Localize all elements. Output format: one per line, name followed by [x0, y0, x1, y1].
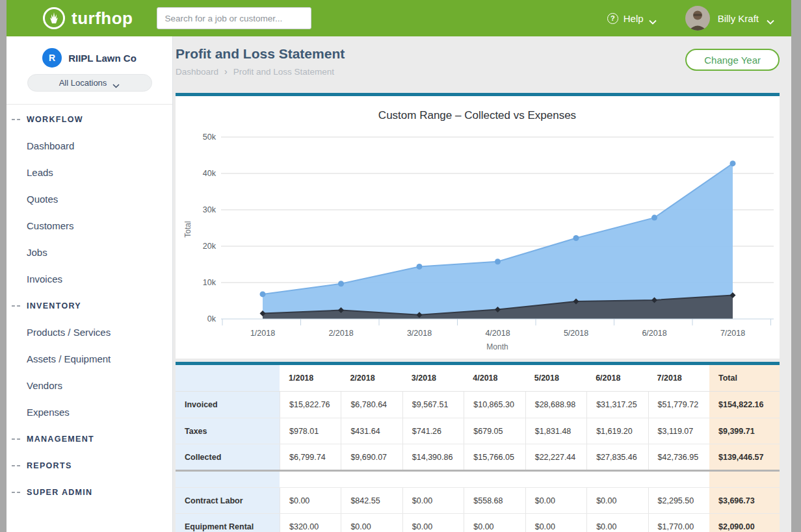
table-cell: $15,766.05: [464, 444, 525, 470]
table-row-invoiced: Invoiced$15,822.76$6,780.64$9,567.51$10,…: [176, 392, 780, 418]
table-spacer-cell: [464, 472, 525, 487]
table-cell: $10,865.30: [464, 392, 525, 418]
search-input[interactable]: [157, 7, 311, 29]
svg-text:2/2018: 2/2018: [328, 329, 353, 338]
table-cell: $2,295.50: [648, 488, 709, 513]
table-spacer-cell: [648, 472, 709, 487]
table-total-cell: $2,090.00: [709, 514, 780, 532]
table-total-cell: $154,822.16: [709, 392, 780, 418]
svg-text:20k: 20k: [203, 242, 217, 251]
table-cell: $14,390.86: [402, 444, 464, 470]
sidebar-section-super-admin[interactable]: SUPER ADMIN: [7, 479, 172, 505]
table-row-contract-labor: Contract Labor$0.00$842.55$0.00$558.68$0…: [176, 487, 780, 513]
sidebar-item-quotes[interactable]: Quotes: [7, 186, 172, 212]
sidebar-section-workflow[interactable]: WORKFLOW: [7, 106, 172, 133]
section-dash-icon: [12, 492, 20, 493]
svg-text:40k: 40k: [203, 169, 217, 178]
table-column-header: 1/2018: [280, 365, 341, 391]
sidebar-item-products-services[interactable]: Products / Services: [7, 319, 172, 346]
brand-logo[interactable]: turfhop: [42, 6, 133, 30]
sidebar-item-customers[interactable]: Customers: [7, 212, 172, 239]
sidebar-section-label: INVENTORY: [27, 301, 81, 310]
help-label: Help: [624, 13, 644, 24]
table-spacer-total: [709, 472, 780, 487]
svg-text:1/2018: 1/2018: [250, 329, 275, 338]
chevron-down-icon: [112, 81, 120, 85]
table-cell: $9,567.51: [402, 392, 464, 418]
table-cell: $741.26: [402, 418, 464, 444]
sidebar-item-jobs[interactable]: Jobs: [7, 239, 172, 266]
table-spacer-cell: [402, 472, 464, 487]
svg-text:3/2018: 3/2018: [407, 329, 432, 338]
page-head: Profit and Loss Statement Dashboard › Pr…: [176, 36, 791, 93]
chevron-down-icon: [649, 16, 657, 21]
table-row-label: Contract Labor: [176, 488, 280, 513]
user-menu[interactable]: Billy Kraft: [685, 6, 774, 31]
section-dash-icon: [12, 465, 20, 466]
svg-text:5/2018: 5/2018: [564, 329, 588, 338]
avatar: [685, 6, 710, 31]
window-scrollbar-left[interactable]: [0, 0, 7, 532]
svg-text:4/2018: 4/2018: [485, 329, 510, 338]
window-scrollbar-right[interactable]: [791, 0, 801, 532]
table-cell: $1,770.00: [648, 514, 709, 532]
sidebar-item-invoices[interactable]: Invoices: [7, 266, 172, 292]
table-cell: $6,799.74: [280, 444, 341, 470]
change-year-button[interactable]: Change Year: [685, 49, 780, 71]
help-icon: ?: [607, 13, 618, 24]
table-row-taxes: Taxes$978.01$431.64$741.26$679.05$1,831.…: [176, 418, 780, 444]
breadcrumb-separator: ›: [224, 66, 228, 77]
sidebar-item-vendors[interactable]: Vendors: [7, 372, 172, 399]
table-spacer-cell: [586, 472, 648, 487]
table-cell: $31,317.25: [586, 392, 648, 418]
help-menu[interactable]: ? Help: [607, 13, 657, 24]
location-filter[interactable]: All Locations: [27, 74, 152, 92]
svg-text:10k: 10k: [203, 278, 217, 287]
user-name: Billy Kraft: [718, 13, 759, 24]
sidebar-section-label: WORKFLOW: [27, 115, 83, 124]
table-cell: $28,688.98: [525, 392, 586, 418]
table-cell: $0.00: [402, 514, 464, 532]
table-column-header: 2/2018: [341, 365, 402, 391]
pl-table: 1/20182/20183/20184/20185/20186/20187/20…: [176, 365, 780, 532]
table-column-header: Total: [709, 365, 780, 391]
table-total-cell: $3,696.73: [709, 488, 780, 513]
table-cell: $431.64: [341, 418, 402, 444]
table-cell: $42,736.95: [648, 444, 709, 470]
table-spacer-cell: [341, 472, 402, 487]
sidebar-item-leads[interactable]: Leads: [7, 159, 172, 186]
location-filter-label: All Locations: [59, 78, 107, 88]
table-cell: $0.00: [586, 514, 648, 532]
sidebar-section-inventory[interactable]: INVENTORY: [7, 292, 172, 319]
table-row-equipment-rental: Equipment Rental$320.00$0.00$0.00$0.00$0…: [176, 513, 780, 532]
table-cell: $0.00: [402, 488, 464, 513]
svg-text:30k: 30k: [203, 205, 217, 214]
breadcrumb-dashboard[interactable]: Dashboard: [176, 67, 218, 77]
sidebar-item-dashboard[interactable]: Dashboard: [7, 133, 172, 159]
pl-table-panel: 1/20182/20183/20184/20185/20186/20187/20…: [176, 362, 780, 532]
table-row-label: Collected: [176, 444, 280, 470]
table-column-header: 7/2018: [648, 365, 709, 391]
table-cell: $1,831.48: [525, 418, 586, 444]
sidebar-item-expenses[interactable]: Expenses: [7, 399, 172, 425]
table-column-header: 3/2018: [402, 365, 464, 391]
table-spacer-label: [176, 472, 280, 487]
table-spacer-row: [176, 472, 780, 487]
table-cell: $1,619.20: [586, 418, 648, 444]
table-column-header: 6/2018: [586, 365, 648, 391]
svg-text:0k: 0k: [207, 314, 217, 323]
svg-text:Month: Month: [486, 342, 508, 351]
table-corner-cell: [176, 365, 280, 391]
svg-text:Total: Total: [183, 221, 192, 237]
sidebar-section-reports[interactable]: REPORTS: [7, 452, 172, 479]
breadcrumb-current: Profit and Loss Statement: [233, 67, 334, 77]
table-cell: $842.55: [341, 488, 402, 513]
table-cell: $22,227.44: [525, 444, 586, 470]
sidebar-section-label: MANAGEMENT: [27, 435, 94, 444]
sidebar-item-assets-equipment[interactable]: Assets / Equipment: [7, 346, 172, 372]
table-spacer-cell: [525, 472, 586, 487]
sidebar-section-management[interactable]: MANAGEMENT: [7, 425, 172, 452]
turfhop-grass-icon: [42, 6, 66, 30]
svg-text:7/2018: 7/2018: [720, 329, 745, 338]
table-cell: $0.00: [586, 488, 648, 513]
